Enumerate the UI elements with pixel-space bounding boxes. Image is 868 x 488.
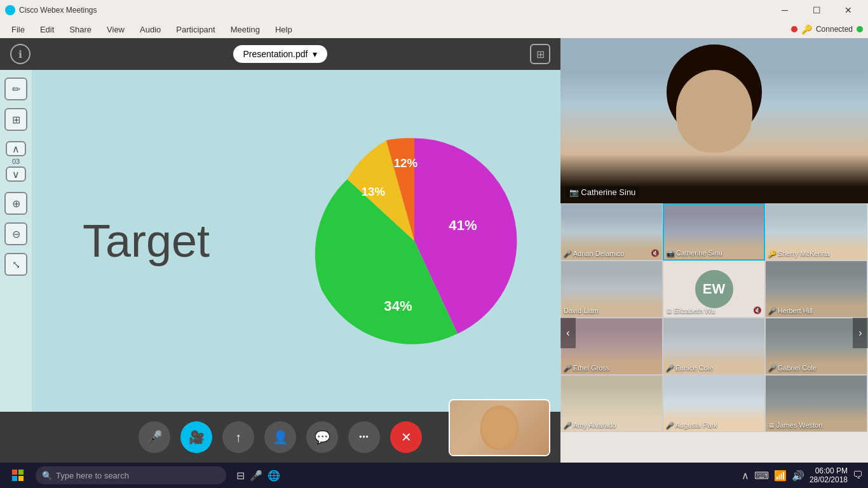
elizabeth-avatar: EW bbox=[695, 270, 733, 308]
participants-panel: 📷 Catherine Sinu ‹ › 🎤 Adrian Delamico 🔇 bbox=[560, 38, 868, 463]
active-speaker-name-text: Catherine Sinu bbox=[581, 187, 635, 197]
network-icon[interactable]: 📶 bbox=[774, 470, 787, 482]
participant-row-2: David Liam EW 🖥 Elizabeth Wu 🔇 🎤 Herbert… bbox=[560, 261, 868, 318]
participant-name-sherry: 🔑 Sherry McKenna bbox=[768, 250, 830, 257]
slide-area: ✏ ⊞ ∧ 03 ∨ ⊕ ⊖ ⤡ Target bbox=[0, 70, 560, 412]
taskbar-search[interactable]: 🔍 Type here to search bbox=[36, 466, 226, 484]
menu-help[interactable]: Help bbox=[269, 24, 299, 36]
svg-rect-1 bbox=[18, 470, 24, 475]
mute-button[interactable]: 🎤 bbox=[139, 421, 170, 453]
recording-indicator bbox=[791, 26, 797, 32]
zoom-out-button[interactable]: ⊖ bbox=[4, 222, 27, 245]
page-down-button[interactable]: ∨ bbox=[6, 166, 26, 182]
participant-name-amy: 🎤 Amy Alvarado bbox=[564, 421, 616, 429]
share-button[interactable]: ↑ bbox=[222, 421, 254, 453]
title-bar: Cisco Webex Meetings ─ ☐ ✕ bbox=[0, 0, 868, 20]
draw-tool-button[interactable]: ✏ bbox=[4, 78, 27, 100]
pie-chart: 41% 34% 13% 12% bbox=[306, 133, 522, 349]
svg-rect-2 bbox=[12, 476, 17, 481]
grid-prev-button[interactable]: ‹ bbox=[560, 318, 576, 348]
menu-file[interactable]: File bbox=[5, 24, 31, 36]
grid-tool-button[interactable]: ⊞ bbox=[4, 108, 27, 131]
presentation-area: ℹ Presentation.pdf ▾ ⊞ ✏ ⊞ ∧ 03 ∨ ⊕ ⊖ ⤡ bbox=[0, 38, 560, 463]
participant-cell-augusta[interactable]: 🎤 Augusta Park bbox=[663, 375, 765, 432]
participant-cell-elizabeth[interactable]: EW 🖥 Elizabeth Wu 🔇 bbox=[663, 261, 765, 318]
menu-view[interactable]: View bbox=[100, 24, 131, 36]
menu-edit[interactable]: Edit bbox=[34, 24, 60, 36]
zoom-in-button[interactable]: ⊕ bbox=[4, 192, 27, 215]
expand-button[interactable]: ⊞ bbox=[530, 44, 550, 64]
participant-row-3: 🎤 Ethel Gross 🎤 Eunice Cole 🎤 Gabriel Co… bbox=[560, 318, 868, 375]
participant-cell-catherine[interactable]: 📷 Catherine Sinu bbox=[663, 203, 765, 261]
presentation-toolbar: ℹ Presentation.pdf ▾ ⊞ bbox=[0, 38, 560, 70]
participants-button[interactable]: 👤 bbox=[264, 421, 296, 453]
pie-label-13: 13% bbox=[362, 185, 386, 198]
volume-icon[interactable]: 🔊 bbox=[792, 470, 804, 482]
participant-cell-sherry[interactable]: 🔑 Sherry McKenna bbox=[765, 203, 867, 261]
svg-rect-0 bbox=[12, 470, 17, 475]
notification-icon[interactable]: 🗨 bbox=[853, 470, 863, 481]
key-icon: 🔑 bbox=[801, 24, 812, 34]
participant-name-adrian: 🎤 Adrian Delamico bbox=[564, 250, 624, 257]
start-button[interactable] bbox=[5, 463, 31, 488]
grid-next-button[interactable]: › bbox=[853, 318, 868, 348]
participant-name-herbert: 🎤 Herbert Hill bbox=[768, 307, 813, 315]
close-button[interactable]: ✕ bbox=[834, 0, 863, 20]
file-selector[interactable]: Presentation.pdf ▾ bbox=[233, 45, 328, 63]
participant-cell-gabriel[interactable]: 🎤 Gabriel Cole bbox=[765, 318, 867, 375]
search-placeholder: Type here to search bbox=[56, 471, 129, 480]
info-button[interactable]: ℹ bbox=[10, 44, 31, 64]
active-speaker-name: 📷 Catherine Sinu bbox=[566, 186, 639, 198]
maximize-button[interactable]: ☐ bbox=[802, 0, 831, 20]
participants-icon: 👤 bbox=[273, 430, 288, 445]
mute-indicator-elizabeth: 🔇 bbox=[753, 306, 762, 315]
participant-grid: ‹ › 🎤 Adrian Delamico 🔇 📷 Catherine Sinu bbox=[560, 203, 868, 463]
clock-date: 28/02/2018 bbox=[810, 475, 848, 484]
chevron-up-icon[interactable]: ∧ bbox=[742, 470, 749, 482]
participant-cell-david[interactable]: David Liam bbox=[560, 261, 663, 318]
svg-rect-3 bbox=[18, 476, 24, 481]
connected-dot-icon bbox=[857, 26, 863, 32]
taskbar: 🔍 Type here to search ⊟ 🎤 🌐 ∧ ⌨ 📶 🔊 06:0… bbox=[0, 463, 868, 488]
menu-meeting[interactable]: Meeting bbox=[224, 24, 266, 36]
menu-audio[interactable]: Audio bbox=[133, 24, 167, 36]
search-icon: 🔍 bbox=[42, 471, 52, 480]
menu-share[interactable]: Share bbox=[63, 24, 98, 36]
app-title: Cisco Webex Meetings bbox=[19, 6, 770, 15]
search-input-icon[interactable]: 🎤 bbox=[250, 470, 262, 482]
more-button[interactable]: ••• bbox=[348, 421, 380, 453]
end-call-button[interactable]: ✕ bbox=[390, 421, 422, 453]
page-up-button[interactable]: ∧ bbox=[6, 141, 26, 156]
pie-chart-container: 41% 34% 13% 12% bbox=[306, 133, 522, 349]
page-nav-group: ∧ 03 ∨ bbox=[4, 139, 27, 184]
pie-label-41: 41% bbox=[449, 217, 477, 233]
participant-cell-eunice[interactable]: 🎤 Eunice Cole bbox=[663, 318, 765, 375]
participant-cell-james[interactable]: 🖥 James Weston bbox=[765, 375, 867, 432]
menu-participant[interactable]: Participant bbox=[170, 24, 221, 36]
main-content: ℹ Presentation.pdf ▾ ⊞ ✏ ⊞ ∧ 03 ∨ ⊕ ⊖ ⤡ bbox=[0, 38, 868, 463]
file-name: Presentation.pdf bbox=[243, 49, 308, 59]
participant-cell-herbert[interactable]: 🎤 Herbert Hill bbox=[765, 261, 867, 318]
system-clock: 06:00 PM 28/02/2018 bbox=[810, 466, 848, 484]
dropdown-icon: ▾ bbox=[313, 49, 317, 59]
more-icon: ••• bbox=[359, 433, 369, 442]
connected-label: Connected bbox=[816, 25, 853, 34]
self-face-sim bbox=[480, 405, 519, 450]
chat-button[interactable]: 💬 bbox=[306, 421, 338, 453]
participant-name-eunice: 🎤 Eunice Cole bbox=[666, 364, 713, 372]
participant-cell-amy[interactable]: 🎤 Amy Alvarado bbox=[560, 375, 663, 432]
system-tray: ∧ ⌨ 📶 🔊 06:00 PM 28/02/2018 🗨 bbox=[742, 466, 863, 484]
participant-row-1: 🎤 Adrian Delamico 🔇 📷 Catherine Sinu 🔑 S… bbox=[560, 203, 868, 261]
minimize-button[interactable]: ─ bbox=[770, 0, 799, 20]
fit-screen-button[interactable]: ⤡ bbox=[4, 253, 27, 276]
keyboard-icon[interactable]: ⌨ bbox=[754, 470, 769, 482]
participant-cell-ethel[interactable]: 🎤 Ethel Gross bbox=[560, 318, 663, 375]
webex-taskbar-icon[interactable]: 🌐 bbox=[268, 470, 280, 482]
task-view-icon[interactable]: ⊟ bbox=[236, 470, 245, 482]
participant-cell-adrian[interactable]: 🎤 Adrian Delamico 🔇 bbox=[560, 203, 663, 261]
pie-label-12: 12% bbox=[394, 156, 418, 170]
page-number: 03 bbox=[12, 158, 20, 165]
participant-name-gabriel: 🎤 Gabriel Cole bbox=[768, 364, 817, 372]
video-button[interactable]: 🎥 bbox=[180, 421, 212, 453]
slide-title: Target bbox=[83, 215, 210, 267]
